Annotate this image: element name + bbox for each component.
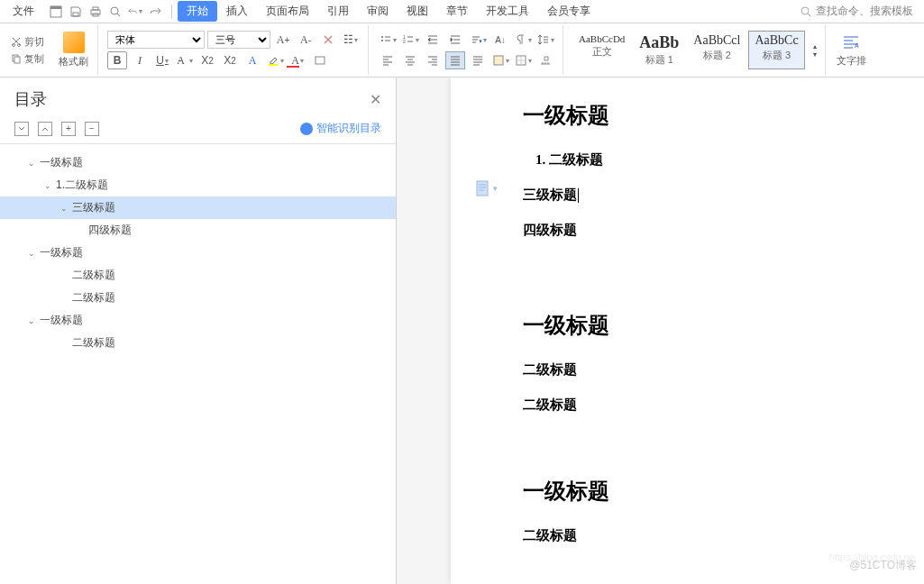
indent-increase-button[interactable] — [445, 31, 465, 49]
underline-button[interactable]: U▾ — [152, 51, 172, 69]
text-cursor — [578, 188, 579, 203]
menu-tab-7[interactable]: 开发工具 — [477, 1, 538, 22]
style-item-0[interactable]: AaBbCcDd正文 — [572, 31, 631, 69]
menu-tab-8[interactable]: 会员专享 — [538, 1, 599, 22]
line-spacing-button[interactable]: ▾ — [535, 31, 555, 49]
redo-icon[interactable] — [148, 5, 162, 19]
undo-icon[interactable]: ▾ — [128, 5, 142, 19]
clear-format-button[interactable] — [318, 31, 338, 49]
home-icon[interactable] — [49, 5, 63, 19]
chevron-down-icon[interactable]: ⌄ — [41, 179, 54, 192]
doc-block-1[interactable]: 1. 二级标题 — [535, 151, 897, 169]
tree-item-3[interactable]: 四级标题 — [0, 219, 396, 242]
style-item-3[interactable]: AaBbCc标题 3 — [748, 31, 804, 69]
print-icon[interactable] — [88, 5, 103, 19]
bullet-list-button[interactable]: ▾ — [378, 31, 398, 49]
search-box[interactable]: 查找命令、搜索模板 — [792, 2, 920, 21]
doc-block-5[interactable]: 二级标题 — [523, 361, 897, 379]
close-icon[interactable]: ✕ — [370, 91, 381, 108]
quick-access: ▾ — [45, 5, 166, 19]
chevron-down-icon[interactable]: ⌄ — [25, 247, 38, 260]
doc-block-4[interactable]: 一级标题 — [523, 311, 897, 340]
text-arrange-icon: A — [840, 32, 862, 54]
menu-tab-3[interactable]: 引用 — [318, 1, 358, 22]
chevron-down-icon[interactable]: ⌄ — [25, 315, 38, 327]
menu-file[interactable]: 文件 — [4, 1, 43, 22]
sort-button[interactable]: ▾ — [468, 31, 488, 49]
bold-button[interactable]: B — [107, 51, 127, 69]
tab-settings-button[interactable] — [535, 51, 555, 69]
document-area: ▾ 一级标题1. 二级标题三级标题四级标题一级标题二级标题二级标题一级标题二级标… — [397, 78, 924, 584]
chevron-down-icon[interactable]: ⌄ — [25, 157, 38, 169]
add-icon[interactable]: + — [61, 122, 76, 136]
indent-decrease-button[interactable] — [423, 31, 443, 49]
doc-block-8[interactable]: 二级标题 — [523, 527, 897, 544]
tree-item-8[interactable]: 二级标题 — [0, 332, 396, 354]
change-case-button[interactable]: ☷▾ — [341, 31, 361, 49]
svg-rect-11 — [14, 57, 20, 63]
align-right-button[interactable] — [423, 51, 443, 69]
paragraph-marker-icon[interactable]: ▾ — [476, 180, 498, 196]
menu-tab-2[interactable]: 页面布局 — [257, 1, 318, 22]
font-size-select[interactable]: 三号 — [207, 31, 270, 49]
subscript-button[interactable]: X2 — [220, 51, 240, 69]
number-list-button[interactable]: 12▾ — [400, 31, 420, 49]
doc-block-6[interactable]: 二级标题 — [523, 397, 897, 414]
align-left-button[interactable] — [378, 51, 398, 69]
doc-block-7[interactable]: 一级标题 — [523, 477, 897, 506]
preview-icon[interactable] — [108, 5, 123, 19]
align-distribute-button[interactable] — [468, 51, 488, 69]
font-color-button[interactable]: A▾ — [288, 51, 307, 69]
tree-item-5[interactable]: 二级标题 — [0, 264, 396, 287]
tree-item-2[interactable]: ⌄三级标题 — [0, 196, 396, 219]
strike-button[interactable]: A-▾ — [175, 51, 195, 69]
superscript-button[interactable]: X2 — [197, 51, 217, 69]
collapse-all-icon[interactable] — [14, 122, 29, 136]
italic-button[interactable]: I — [130, 51, 150, 69]
tree-item-6[interactable]: 二级标题 — [0, 287, 396, 309]
menu-tab-4[interactable]: 审阅 — [358, 1, 398, 22]
format-brush-button[interactable]: 格式刷 — [53, 30, 94, 70]
cut-button[interactable]: 剪切 — [7, 34, 48, 50]
svg-rect-2 — [73, 13, 78, 16]
border-button[interactable]: ▾ — [513, 51, 533, 69]
menu-tab-5[interactable]: 视图 — [398, 1, 437, 22]
expand-all-icon[interactable] — [38, 122, 52, 136]
style-item-1[interactable]: AaBb标题 1 — [633, 31, 685, 69]
phonetic-button[interactable] — [310, 51, 330, 69]
styles-more-button[interactable]: ▴▾ — [809, 25, 821, 76]
tree-item-7[interactable]: ⌄一级标题 — [0, 309, 396, 332]
text-arrange-button[interactable]: A 文字排 — [831, 31, 872, 69]
font-name-select[interactable]: 宋体 — [107, 31, 205, 49]
document-page[interactable]: ▾ 一级标题1. 二级标题三级标题四级标题一级标题二级标题二级标题一级标题二级标… — [451, 78, 924, 584]
tree-label: 二级标题 — [72, 290, 115, 306]
tree-label: 二级标题 — [72, 268, 115, 283]
doc-block-3[interactable]: 四级标题 — [523, 222, 897, 239]
tree-item-0[interactable]: ⌄一级标题 — [0, 151, 396, 174]
save-icon[interactable] — [69, 5, 83, 19]
shrink-font-button[interactable]: A- — [296, 31, 316, 49]
shading-button[interactable]: ▾ — [490, 51, 510, 69]
svg-rect-18 — [494, 56, 503, 65]
show-marks-button[interactable]: ▾ — [513, 31, 533, 49]
menu-tab-6[interactable]: 章节 — [437, 1, 477, 22]
outline-tree: ⌄一级标题⌄1.二级标题⌄三级标题四级标题⌄一级标题二级标题二级标题⌄一级标题二… — [0, 144, 396, 584]
text-direction-button[interactable]: A↓ — [490, 31, 510, 49]
doc-block-2[interactable]: 三级标题 — [523, 187, 897, 204]
remove-icon[interactable]: − — [85, 122, 99, 136]
tree-item-1[interactable]: ⌄1.二级标题 — [0, 174, 396, 196]
copy-button[interactable]: 复制 — [7, 51, 48, 67]
chevron-down-icon[interactable]: ⌄ — [58, 202, 70, 214]
highlight-button[interactable]: ▾ — [265, 51, 285, 69]
tree-item-4[interactable]: ⌄一级标题 — [0, 242, 396, 264]
svg-point-6 — [111, 7, 118, 14]
style-item-2[interactable]: AaBbCcl标题 2 — [687, 31, 746, 69]
menu-tab-1[interactable]: 插入 — [217, 1, 257, 22]
font-effects-button[interactable]: A — [242, 51, 262, 69]
grow-font-button[interactable]: A+ — [273, 31, 293, 49]
doc-block-0[interactable]: 一级标题 — [523, 101, 897, 130]
align-justify-button[interactable] — [445, 51, 465, 69]
smart-toc-button[interactable]: 智能识别目录 — [300, 121, 381, 136]
align-center-button[interactable] — [400, 51, 420, 69]
menu-tab-0[interactable]: 开始 — [178, 1, 217, 22]
